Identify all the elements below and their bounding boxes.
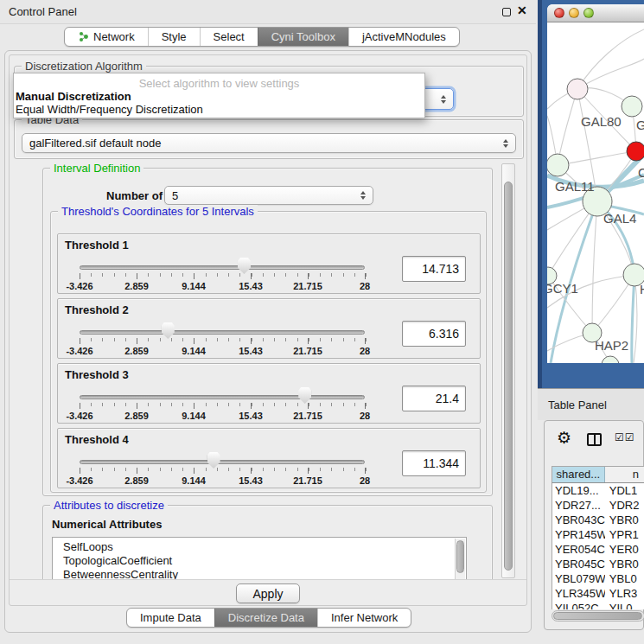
- slider-tick-label: 15.43: [239, 475, 263, 486]
- network-node[interactable]: [602, 356, 619, 363]
- table-hscrollbar[interactable]: [552, 610, 644, 622]
- threshold-1-value-field[interactable]: 14.713: [402, 256, 466, 282]
- zoom-traffic-light-icon[interactable]: [583, 8, 594, 18]
- network-node[interactable]: [547, 154, 569, 176]
- apply-row: Apply: [10, 579, 526, 607]
- dropdown-placeholder-item[interactable]: Select algorithm to view settings: [14, 73, 424, 90]
- slider-tick-label: -3.426: [66, 346, 92, 356]
- slider-major-tick: [251, 403, 252, 409]
- select-columns-icons[interactable]: ☑☑: [615, 431, 635, 443]
- threshold-3-value-field[interactable]: 21.4: [402, 386, 466, 411]
- float-icon[interactable]: [502, 8, 511, 16]
- tab-discretize-data[interactable]: Discretize Data: [214, 609, 317, 627]
- node-label-gcy1: GCY1: [547, 281, 578, 296]
- thresholds-group: Threshold's Coordinates for 5 Intervals …: [50, 211, 487, 493]
- list-scrollbar-thumb[interactable]: [456, 540, 464, 573]
- control-panel-titlebar: Control Panel ✕: [0, 0, 536, 24]
- table-data-combobox[interactable]: galFiltered.sif default node: [22, 133, 516, 153]
- list-scrollbar[interactable]: [455, 539, 465, 579]
- network-node[interactable]: [567, 79, 588, 99]
- table-panel: ⚙ ☑☑ shared... n YDL19...YDL1YDR27...YDR…: [544, 420, 644, 630]
- discretize-data-pane: Discretization Algorithm Select algorith…: [9, 54, 527, 606]
- slider-major-tick: [251, 338, 252, 344]
- apply-button[interactable]: Apply: [236, 583, 300, 603]
- attribute-item-betweennesscentrality[interactable]: BetweennessCentrality: [53, 568, 466, 579]
- slider-major-tick: [194, 273, 194, 279]
- network-node-selected-red[interactable]: [627, 142, 644, 161]
- threshold-2-slider-thumb[interactable]: [162, 322, 175, 339]
- dropdown-item-manual-discretization[interactable]: Manual Discretization: [14, 90, 424, 103]
- threshold-4-value-field[interactable]: 11.344: [402, 450, 466, 476]
- gear-icon[interactable]: ⚙: [557, 428, 571, 448]
- numerical-attributes-list[interactable]: SelfLoopsTopologicalCoefficientBetweenne…: [52, 537, 467, 579]
- table-row[interactable]: YER054CYER0: [552, 542, 644, 557]
- cell-shared-name: YER054C: [552, 542, 605, 557]
- threshold-1-label: Threshold 1: [65, 239, 129, 252]
- cell-name: YDL1: [605, 483, 644, 498]
- table-row[interactable]: YBR043CYBR0: [552, 513, 644, 527]
- table-row[interactable]: YPR145WYPR1: [552, 527, 644, 542]
- tab-select[interactable]: Select: [200, 28, 258, 46]
- column-header-shared-name[interactable]: shared...: [552, 467, 605, 482]
- threshold-4-slider-thumb[interactable]: [207, 452, 220, 469]
- table-hscrollbar-thumb[interactable]: [553, 612, 642, 620]
- dropdown-item-equal-width-frequency-discretization[interactable]: Equal Width/Frequency Discretization: [14, 103, 424, 116]
- slider-minor-ticks: [80, 468, 367, 471]
- threshold-3-label: Threshold 3: [65, 368, 129, 381]
- split-columns-icon[interactable]: [587, 433, 602, 446]
- table-row[interactable]: YBL079WYBL0: [552, 571, 644, 586]
- threshold-1-slider-thumb[interactable]: [238, 258, 251, 274]
- slider-tick-label: 2.859: [124, 346, 149, 356]
- table-header-row: shared... n: [552, 466, 644, 483]
- settings-scrollbar-thumb[interactable]: [504, 182, 513, 571]
- tab-label: Style: [162, 30, 187, 43]
- network-node[interactable]: [622, 96, 642, 117]
- threshold-4-slider-track[interactable]: [80, 460, 365, 464]
- interval-definition-group: Interval Definition Number of Intervals …: [42, 168, 493, 496]
- slider-minor-ticks: [80, 338, 367, 341]
- network-canvas[interactable]: GAL80 GAL11 GAL4 GCY1 HAP2 G C H: [547, 22, 644, 363]
- table-row[interactable]: YLR345WYLR3: [552, 586, 644, 601]
- threshold-2-slider-track[interactable]: [80, 330, 365, 335]
- tab-label: Select: [214, 30, 245, 43]
- column-header-name[interactable]: n: [605, 467, 644, 482]
- slider-major-tick: [365, 338, 366, 344]
- slider-tick-label: 21.715: [293, 475, 322, 486]
- tab-label: Impute Data: [140, 611, 201, 624]
- close-traffic-light-icon[interactable]: [554, 8, 564, 18]
- close-icon[interactable]: ✕: [517, 3, 527, 17]
- number-of-intervals-combobox[interactable]: 5: [164, 186, 373, 205]
- slider-major-tick: [137, 403, 137, 409]
- checkbox-checked-icon[interactable]: ☑: [625, 431, 635, 443]
- threshold-3-slider-track[interactable]: [80, 395, 365, 399]
- slider-tick-label: 21.715: [293, 411, 322, 421]
- tab-style[interactable]: Style: [148, 28, 200, 46]
- tab-cyni-toolbox[interactable]: Cyni Toolbox: [258, 28, 348, 46]
- tab-impute-data[interactable]: Impute Data: [127, 609, 214, 627]
- attribute-item-topologicalcoefficient[interactable]: TopologicalCoefficient: [53, 554, 466, 568]
- threshold-4-panel: Threshold 4-3.4262.8599.14415.4321.71528…: [57, 428, 481, 488]
- slider-major-tick: [251, 468, 252, 474]
- table-row[interactable]: YDL19...YDL1: [552, 483, 644, 498]
- threshold-2-value-field[interactable]: 6.316: [402, 321, 466, 347]
- attribute-item-selfloops[interactable]: SelfLoops: [53, 540, 466, 554]
- tab-infer-network[interactable]: Infer Network: [317, 609, 411, 627]
- cell-shared-name: YBL079W: [552, 571, 605, 586]
- node-label-gal80: GAL80: [581, 114, 622, 129]
- checkbox-checked-icon[interactable]: ☑: [615, 431, 625, 443]
- interval-definition-title: Interval Definition: [50, 163, 143, 175]
- slider-tick-label: 15.43: [239, 281, 263, 291]
- table-row[interactable]: YBR045CYBR0: [552, 557, 644, 571]
- slider-major-tick: [194, 468, 194, 474]
- tab-jactivemnodules[interactable]: jActiveMNodules: [348, 28, 459, 46]
- table-row[interactable]: YDR27...YDR2: [552, 498, 644, 513]
- table-row[interactable]: YIL052CYIL0: [552, 601, 644, 609]
- threshold-4-label: Threshold 4: [65, 433, 129, 446]
- threshold-3-slider-thumb[interactable]: [298, 387, 311, 404]
- threshold-1-slider-track[interactable]: [80, 265, 365, 270]
- minimize-traffic-light-icon[interactable]: [569, 8, 579, 18]
- slider-major-tick: [308, 403, 309, 409]
- tab-network[interactable]: Network: [65, 28, 148, 46]
- combo-arrows-icon: [503, 139, 508, 148]
- settings-scrollbar[interactable]: [501, 163, 515, 578]
